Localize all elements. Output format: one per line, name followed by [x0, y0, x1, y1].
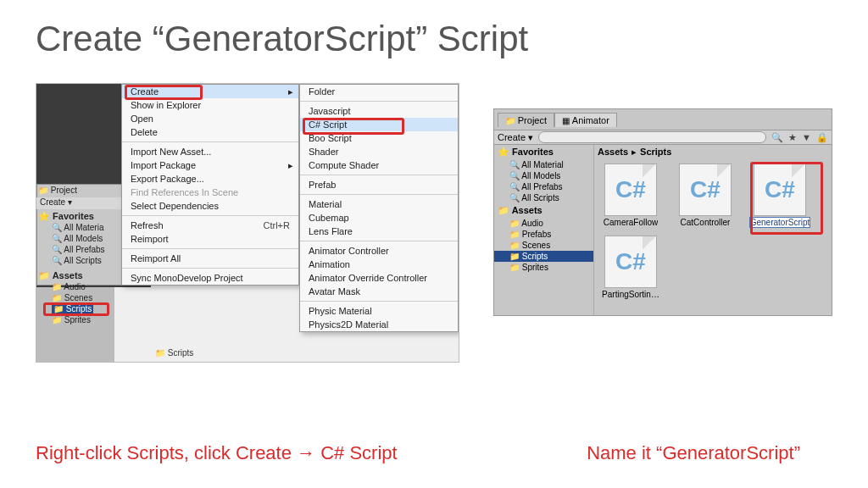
asset-item[interactable]: C#GeneratorScript: [747, 164, 813, 227]
folder-item[interactable]: Audio: [52, 282, 86, 291]
menu-item[interactable]: Lens Flare: [300, 225, 458, 238]
animator-tab[interactable]: Animator: [554, 113, 617, 127]
breadcrumb-root[interactable]: Assets: [598, 147, 628, 157]
create-dropdown[interactable]: Create ▾: [498, 132, 533, 143]
favorites-item[interactable]: All Prefabs: [494, 181, 593, 192]
menu-item[interactable]: Folder: [300, 85, 458, 98]
favorites-item[interactable]: All Prefabs: [52, 245, 105, 254]
folder-item[interactable]: Scripts: [52, 304, 93, 313]
menu-item[interactable]: Open: [122, 112, 298, 125]
menu-item[interactable]: Delete: [122, 125, 298, 139]
menu-item[interactable]: Select Dependencies: [122, 199, 298, 213]
menu-item[interactable]: Show in Explorer: [122, 98, 298, 112]
asset-label: PartingSortin…: [602, 290, 659, 299]
asset-label[interactable]: GeneratorScript: [750, 218, 810, 227]
menu-item[interactable]: Reimport: [122, 232, 298, 246]
menu-item[interactable]: Avatar Mask: [300, 285, 458, 298]
favorites-item[interactable]: All Materia: [52, 223, 103, 232]
favorites-item[interactable]: All Scripts: [52, 256, 102, 265]
folder-item[interactable]: Audio: [494, 218, 593, 229]
asset-label: CameraFollow: [604, 218, 658, 227]
menu-item[interactable]: Shader: [300, 145, 458, 158]
folder-item[interactable]: Sprites: [494, 262, 593, 273]
asset-item[interactable]: C#PartingSortin…: [598, 236, 664, 299]
menu-item[interactable]: RefreshCtrl+R: [122, 219, 298, 232]
menu-item[interactable]: Import Package: [122, 158, 298, 172]
filter-icon[interactable]: ▼: [802, 132, 811, 142]
folder-item[interactable]: Scenes: [52, 293, 92, 302]
csharp-script-icon: C#: [604, 236, 657, 288]
menu-item: Find References In Scene: [122, 186, 298, 199]
menu-item[interactable]: Cubemap: [300, 211, 458, 225]
menu-item[interactable]: Animator Override Controller: [300, 271, 458, 285]
caption-left: Right-click Scripts, click Create → C# S…: [36, 442, 398, 464]
folder-item[interactable]: Sprites: [52, 315, 91, 324]
assets-header[interactable]: Assets: [38, 270, 83, 281]
project-tab[interactable]: Project: [38, 186, 77, 195]
favorites-header: Favorites: [38, 211, 94, 222]
folder-item[interactable]: Prefabs: [494, 229, 593, 240]
unity-project-grid-screenshot: Project Animator Create ▾ 🔍 ★ ▼ 🔒 Favori…: [493, 108, 832, 316]
menu-item[interactable]: Export Package...: [122, 172, 298, 186]
csharp-script-icon: C#: [754, 164, 806, 216]
context-menu-create-submenu: FolderJavascriptC# ScriptBoo ScriptShade…: [299, 84, 459, 332]
favorites-item[interactable]: All Models: [52, 234, 103, 243]
search-input[interactable]: [538, 131, 766, 143]
favorites-item[interactable]: All Material: [494, 159, 593, 170]
slide-title: Create “GeneratorScript” Script: [0, 0, 868, 59]
unity-context-menu-screenshot: Project Create ▾ Favorites All MateriaAl…: [36, 83, 459, 363]
favorites-header: Favorites: [494, 145, 593, 159]
project-toolbar: Create ▾ 🔍 ★ ▼ 🔒: [494, 130, 832, 145]
folder-item[interactable]: Scripts: [494, 251, 593, 262]
menu-item[interactable]: Sync MonoDevelop Project: [122, 271, 298, 285]
context-menu-primary: CreateShow in ExplorerOpenDeleteImport N…: [121, 84, 299, 286]
menu-item[interactable]: Prefab: [300, 178, 458, 191]
folder-item[interactable]: Scenes: [494, 240, 593, 251]
asset-item[interactable]: C#CameraFollow: [598, 164, 664, 227]
lock-icon[interactable]: 🔒: [816, 132, 828, 143]
project-tab[interactable]: Project: [498, 113, 554, 127]
favorites-item[interactable]: All Models: [494, 170, 593, 181]
menu-item[interactable]: Compute Shader: [300, 158, 458, 172]
menu-item[interactable]: Physics2D Material: [300, 318, 458, 331]
asset-item[interactable]: C#CatController: [672, 164, 738, 227]
menu-item[interactable]: Material: [300, 197, 458, 211]
chevron-right-icon: ▸: [632, 147, 637, 157]
asset-label: CatController: [681, 218, 731, 227]
csharp-script-icon: C#: [604, 164, 657, 216]
asset-grid: C#CameraFollowC#CatControllerC#Generator…: [598, 164, 828, 312]
menu-item[interactable]: Create: [122, 85, 298, 98]
menu-item[interactable]: Reimport All: [122, 252, 298, 265]
breadcrumb-leaf[interactable]: Scripts: [640, 147, 671, 157]
menu-item[interactable]: Boo Script: [300, 131, 458, 145]
breadcrumb[interactable]: Assets▸Scripts: [598, 147, 671, 158]
caption-right: Name it “GeneratorScript”: [587, 442, 800, 464]
bottom-path-folder: Scripts: [155, 348, 193, 358]
assets-header[interactable]: Assets: [494, 203, 593, 218]
menu-item[interactable]: Javascript: [300, 104, 458, 118]
search-icon[interactable]: 🔍: [771, 132, 783, 143]
favorites-item[interactable]: All Scripts: [494, 192, 593, 203]
menu-item[interactable]: Animation: [300, 258, 458, 271]
menu-item[interactable]: Animator Controller: [300, 244, 458, 258]
menu-item[interactable]: Physic Material: [300, 304, 458, 318]
project-sidebar: Favorites All MaterialAll ModelsAll Pref…: [494, 145, 594, 315]
menu-item[interactable]: Import New Asset...: [122, 145, 298, 158]
star-icon[interactable]: ★: [788, 132, 797, 143]
csharp-script-icon: C#: [679, 164, 732, 216]
menu-item[interactable]: C# Script: [300, 118, 458, 131]
